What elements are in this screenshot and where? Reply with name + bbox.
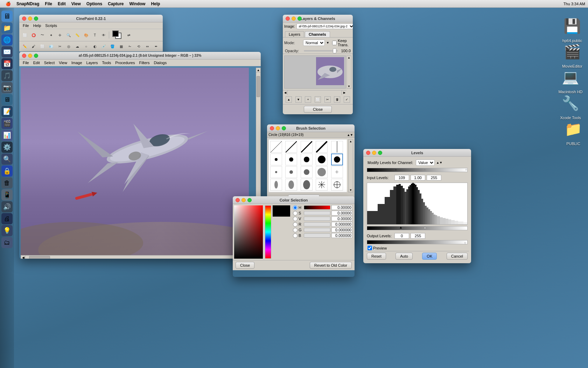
brush-item-17[interactable] [285,179,297,191]
tool-clone[interactable]: ✂ [56,42,64,50]
input-high-field[interactable] [427,175,441,180]
output-high-field[interactable] [411,233,425,239]
image-select[interactable]: af-f35-jsf-080125-f-1234j-034.jpg-2 [296,23,353,29]
r-slider[interactable] [304,222,330,226]
levels-gradient[interactable] [367,226,468,230]
img-menu-image[interactable]: Image [69,60,84,65]
brush-item-14[interactable] [316,166,328,178]
dock-icon-10[interactable]: 🎬 [1,118,13,129]
output-high-handle[interactable]: ▼ [464,241,467,245]
brush-item-8[interactable] [301,154,313,165]
hue-strip[interactable] [265,205,271,259]
tool-flip[interactable]: ⇔ [143,42,152,50]
layers-close-button[interactable]: Close [304,106,332,113]
input-low-field[interactable] [394,175,409,180]
brush-scroll-up[interactable]: ▲ [349,139,353,143]
img-menu-tools[interactable]: Tools [100,60,113,65]
color-square[interactable] [234,205,263,259]
levels-max[interactable] [378,151,382,155]
levels-close-traffic[interactable] [366,151,370,155]
dock-icon-4[interactable]: ✉️ [1,46,13,57]
dock-icon-5[interactable]: 📅 [1,58,13,69]
b-slider[interactable] [304,233,330,238]
dock-icon-8[interactable]: 🖥 [1,94,13,105]
img-menu-layers[interactable]: Layers [84,60,100,65]
channel-select[interactable]: Value [416,159,435,166]
reset-button[interactable]: Reset [367,253,386,260]
scroll-left-btn[interactable]: ◀ [21,255,26,259]
brush-scroll-down[interactable]: ▼ [349,188,353,192]
s-slider[interactable] [304,211,330,215]
brush-vscroll[interactable]: ▲ ▼ [348,139,353,192]
layer-btn-3[interactable]: + [305,96,311,103]
dock-icon-16[interactable]: 📱 [1,189,13,200]
h-radio[interactable] [293,205,298,210]
dock-icon-7[interactable]: 📷 [1,82,13,93]
brush-item-18[interactable] [301,179,313,191]
dock-icon-13[interactable]: 🔍 [1,154,13,165]
brush-scroll-track[interactable] [349,143,353,188]
fg-swatch[interactable] [112,30,119,37]
levels-min[interactable] [372,151,376,155]
tool-wand[interactable]: ✦ [47,31,55,39]
brush-item-3[interactable] [301,141,313,153]
dock-icon-20[interactable]: 🗂 [1,237,13,248]
tool-convolve[interactable]: ◎ [64,42,73,50]
s-input[interactable] [331,211,352,216]
layer-canvas-area[interactable] [284,55,346,89]
image-close[interactable] [22,54,26,58]
tool-path[interactable]: ✒ [152,42,160,50]
tool-colorpick[interactable]: 💉 [99,42,108,50]
dock-icon-18[interactable]: 🖨 [1,213,13,224]
tool-text[interactable]: T [91,31,99,39]
mode-select[interactable]: Normal [303,40,325,46]
brush-item-7[interactable] [285,154,297,165]
layers-scroll-down[interactable]: ▼ [347,84,351,88]
auto-button[interactable]: Auto [396,253,413,260]
menubar-view[interactable]: View [69,1,84,6]
dock-icon-6[interactable]: 🎵 [1,70,13,81]
tool-dodge[interactable]: ○ [82,42,90,50]
mid-triangle[interactable]: ▲ [424,168,426,171]
brush-item-10-selected[interactable] [331,154,343,165]
v-radio[interactable] [293,217,298,221]
menubar-help[interactable]: Help [148,1,163,6]
cinepaint-menu-help[interactable]: Help [31,23,43,28]
tool-crop[interactable]: ✁ [126,42,134,50]
img-menu-procedures[interactable]: Procedures [113,60,137,65]
desktop-icon-xcode[interactable]: 🔧 Xcode Tools [556,92,584,120]
brush-item-9[interactable] [316,154,328,165]
dock-icon-3[interactable]: 🌐 [1,34,13,46]
mid-level-handle[interactable]: ▲ [423,225,427,229]
tool-swap[interactable]: ⇄ [125,31,133,39]
b-radio[interactable] [293,233,298,238]
color-close-button[interactable]: Close [236,262,254,269]
menubar-options[interactable]: Options [84,1,105,6]
image-min[interactable] [28,54,32,58]
tab-layers[interactable]: Layers [285,31,304,37]
layer-btn-7[interactable]: ✓ [344,96,350,103]
layers-scroll-track[interactable] [347,60,351,84]
tool-erase[interactable]: ⬜ [38,42,47,50]
g-radio[interactable] [293,228,298,232]
layers-close-btn[interactable] [286,16,290,21]
menubar-capture[interactable]: Capture [105,1,126,6]
cinepaint-min[interactable] [28,16,32,21]
tool-burn[interactable]: ◐ [91,42,99,50]
brush-item-13[interactable] [301,166,313,178]
g-slider[interactable] [304,228,330,232]
tool-ellipse-select[interactable]: ⭕ [29,31,38,39]
color-close-traffic[interactable] [236,198,240,202]
layers-scroll-up[interactable]: ▲ [347,56,351,60]
brush-item-19[interactable] [316,179,328,191]
layers-scroll-left[interactable]: ◀ [283,90,288,95]
desktop-icon-macintosh[interactable]: 💻 Macintosh HD [556,66,584,94]
image-canvas[interactable] [21,68,249,255]
tab-channels[interactable]: Channels [305,31,330,37]
v-slider[interactable] [304,217,330,221]
h-scrollbar[interactable]: ◀ ▶ [21,255,254,259]
layers-hscroll-track[interactable] [288,90,342,95]
preview-checkbox[interactable] [368,246,372,250]
menubar-window[interactable]: Window [127,1,148,6]
brush-name-scroll-down[interactable]: ▼ [350,133,353,137]
